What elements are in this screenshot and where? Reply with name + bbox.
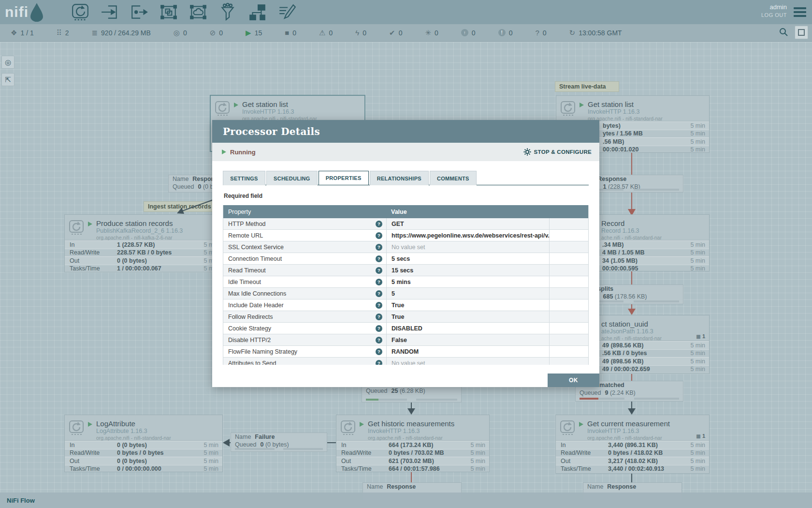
logout-link[interactable]: LOG OUT bbox=[761, 11, 787, 19]
property-row: Remote URL? https://www.pegelonline.wsv.… bbox=[223, 230, 588, 241]
birdseye-button[interactable]: ◎ bbox=[1, 56, 14, 69]
help-icon[interactable]: ? bbox=[376, 232, 382, 239]
funnel-tool-icon[interactable] bbox=[218, 2, 237, 22]
help-icon[interactable]: ? bbox=[376, 221, 382, 227]
processor-bundle: org.apache.nifi - nifi-standard-nar bbox=[368, 435, 454, 441]
processor-produce-station-records[interactable]: Produce station records PublishKafkaReco… bbox=[64, 214, 223, 272]
processor-icon bbox=[215, 101, 230, 118]
help-icon[interactable]: ? bbox=[376, 255, 382, 262]
processor-log-attribute[interactable]: LogAttribute LogAttribute 1.16.3 org.apa… bbox=[64, 415, 223, 472]
gear-icon bbox=[523, 148, 531, 156]
tab-scheduling[interactable]: SCHEDULING bbox=[266, 171, 318, 185]
running-icon bbox=[234, 103, 238, 107]
processor-type: InvokeHTTP 1.16.3 bbox=[587, 428, 670, 435]
dialog-title: Processor Details bbox=[212, 120, 599, 143]
running-icon bbox=[360, 422, 364, 427]
input-port-tool-icon[interactable] bbox=[100, 2, 119, 22]
nifi-app: nifi admin LOG OUT ❖1 / 1 ⠿2 ≣920 / 264.… bbox=[0, 0, 812, 508]
nifi-droplet-icon bbox=[29, 2, 45, 22]
ok-button[interactable]: OK bbox=[548, 374, 599, 387]
connection-label-queued-25[interactable]: Queued25 (6.28 KB) bbox=[362, 387, 462, 403]
threads-icon: ▦ bbox=[696, 334, 700, 339]
required-field-label: Required field bbox=[224, 193, 589, 199]
locally-modified-icon: ✳ bbox=[425, 29, 431, 37]
processor-title: Get historic measurements bbox=[368, 419, 454, 428]
search-icon[interactable] bbox=[779, 28, 788, 38]
label-tool-icon[interactable] bbox=[277, 2, 296, 22]
settings-panel-button[interactable] bbox=[795, 26, 808, 39]
refresh-icon[interactable]: ↻ bbox=[569, 29, 576, 37]
help-icon[interactable]: ? bbox=[376, 348, 382, 355]
thread-count-badge: ▦ 1 bbox=[696, 333, 705, 339]
active-threads-status: ⠿2 bbox=[57, 29, 69, 37]
processor-type: InvokeHTTP 1.16.3 bbox=[368, 428, 454, 435]
sync-failure-icon: ? bbox=[535, 29, 539, 37]
processor-get-current-measurement[interactable]: Get current measurement InvokeHTTP 1.16.… bbox=[555, 415, 710, 474]
running-icon: ▶ bbox=[246, 29, 251, 37]
threads-icon: ▦ bbox=[696, 433, 700, 439]
property-row: Idle Timeout? 5 mins bbox=[223, 276, 588, 288]
global-menu-icon[interactable] bbox=[794, 7, 806, 19]
thread-count-badge: ▦ 1 bbox=[696, 433, 705, 439]
help-icon[interactable]: ? bbox=[376, 314, 382, 320]
last-refresh[interactable]: ↻13:00:58 GMT bbox=[569, 29, 622, 37]
stop-and-configure-button[interactable]: STOP & CONFIGURE bbox=[523, 148, 592, 156]
processor-bundle: ache.nifi - nifi-standard-nar bbox=[601, 335, 662, 342]
processor-bundle: org.apache.nifi - nifi-standard-nar bbox=[587, 435, 670, 441]
breadcrumb[interactable]: NiFi Flow bbox=[7, 497, 35, 504]
property-row-partial: Attributes to Send? No value set bbox=[223, 358, 588, 365]
processor-get-historic-measurements[interactable]: Get historic measurements InvokeHTTP 1.1… bbox=[336, 415, 490, 472]
output-port-tool-icon[interactable] bbox=[130, 2, 149, 22]
help-icon[interactable]: ? bbox=[376, 244, 382, 251]
pan-hand-button[interactable]: ⇱ bbox=[1, 73, 14, 86]
processor-stats: In3,440 (896.31 KB)5 min Read/Write0 byt… bbox=[556, 440, 709, 473]
processor-stats: In664 (173.24 KB)5 min Read/Write0 bytes… bbox=[336, 440, 489, 473]
help-icon[interactable]: ? bbox=[376, 279, 382, 285]
processor-title: Get current measurement bbox=[587, 419, 670, 428]
property-row: Read Timeout? 15 secs bbox=[223, 265, 588, 276]
sync-failure-status: ?0 bbox=[535, 29, 546, 37]
app-header: nifi admin LOG OUT bbox=[0, 0, 812, 24]
stale-status: ↑0 bbox=[461, 29, 476, 37]
processor-title: LogAttribute bbox=[96, 419, 171, 428]
processor-stats: In0 (0 bytes)5 min Read/Write0 bytes / 0… bbox=[65, 440, 222, 473]
processor-icon bbox=[340, 420, 356, 437]
tab-comments[interactable]: COMMENTS bbox=[430, 171, 477, 185]
tab-relationships[interactable]: RELATIONSHIPS bbox=[370, 171, 429, 185]
tab-settings[interactable]: SETTINGS bbox=[223, 171, 265, 185]
help-icon[interactable]: ? bbox=[376, 360, 382, 365]
nifi-logo-text: nifi bbox=[5, 4, 29, 20]
property-row: Follow Redirects? True bbox=[223, 311, 588, 323]
property-row: Include Date Header? True bbox=[223, 299, 588, 311]
property-row: Disable HTTP/2? False bbox=[223, 334, 588, 346]
property-header: Property bbox=[223, 209, 386, 215]
processor-icon bbox=[69, 420, 84, 437]
template-tool-icon[interactable] bbox=[247, 2, 267, 22]
processor-type: LogAttribute 1.16.3 bbox=[96, 428, 171, 435]
property-row: Max Idle Connections? 5 bbox=[223, 288, 588, 299]
processor-type: PublishKafkaRecord_2_6 1.16.3 bbox=[96, 227, 183, 235]
help-icon[interactable]: ? bbox=[376, 267, 382, 274]
help-icon[interactable]: ? bbox=[376, 290, 382, 297]
connection-label-failure[interactable]: NameFailure Queued0 (0 bytes) bbox=[231, 433, 327, 452]
run-status: Running bbox=[222, 149, 256, 156]
locally-modified-stale-status: !0 bbox=[498, 29, 513, 37]
tab-properties[interactable]: PROPERTIES bbox=[319, 171, 369, 185]
help-icon[interactable]: ? bbox=[376, 325, 382, 332]
help-icon[interactable]: ? bbox=[376, 302, 382, 309]
processor-title: ct station_uuid bbox=[601, 320, 662, 328]
processor-bundle: org.apache.nifi - nifi-standard-nar bbox=[96, 435, 171, 441]
processor-tool-icon[interactable] bbox=[71, 2, 90, 22]
dialog-tabs: SETTINGS SCHEDULING PROPERTIES RELATIONS… bbox=[223, 171, 589, 185]
status-bar: ❖1 / 1 ⠿2 ≣920 / 264.29 MB ◎0 ⊘0 ▶15 ■0 … bbox=[0, 24, 812, 42]
current-user: admin bbox=[761, 3, 787, 11]
queued-status: ≣920 / 264.29 MB bbox=[92, 29, 151, 37]
process-group-tool-icon[interactable] bbox=[159, 2, 178, 22]
processor-type: InvokeHTTP 1.16.3 bbox=[588, 108, 663, 116]
processor-title: Record bbox=[601, 219, 662, 227]
remote-process-group-tool-icon[interactable] bbox=[188, 2, 208, 22]
transmitting-status: ◎0 bbox=[174, 29, 187, 37]
backpressure-bars bbox=[580, 398, 679, 400]
running-icon bbox=[580, 103, 584, 107]
help-icon[interactable]: ? bbox=[376, 337, 382, 344]
